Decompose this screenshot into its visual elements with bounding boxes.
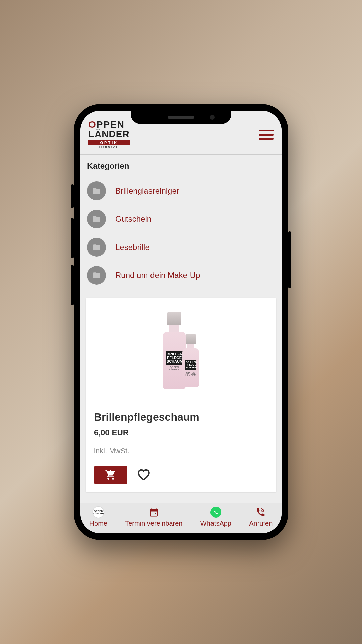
product-tax-note: inkl. MwSt. <box>94 447 268 455</box>
phone-icon <box>255 507 266 518</box>
product-card[interactable]: BRILLEN PFLEGE SCHAUM OPPEN LÄNDER BRILL… <box>86 298 276 492</box>
nav-home[interactable]: OPPENLÄNDER Home <box>89 507 107 527</box>
category-label: Lesebrille <box>115 243 150 252</box>
category-lesebrille[interactable]: Lesebrille <box>86 233 276 261</box>
folder-icon <box>87 238 106 257</box>
product-image: BRILLEN PFLEGE SCHAUM OPPEN LÄNDER BRILL… <box>94 304 268 397</box>
calendar-icon <box>148 507 159 518</box>
phone-mute-switch <box>71 184 74 208</box>
nav-whatsapp[interactable]: WhatsApp <box>200 507 231 527</box>
logo-line1: OPPEN <box>88 120 130 129</box>
add-cart-icon <box>105 469 116 481</box>
add-to-cart-button[interactable] <box>94 466 127 484</box>
nav-label: Termin vereinbaren <box>125 520 182 527</box>
bottle-brand: OPPEN LÄNDER <box>165 366 184 371</box>
app-content: OPPEN LÄNDER OPTIK MARBACH Kategorien Br… <box>80 111 282 533</box>
product-title: Brillenpflegeschaum <box>94 411 268 423</box>
category-makeup[interactable]: Rund um dein Make-Up <box>86 261 276 289</box>
category-label: Rund um dein Make-Up <box>115 271 200 280</box>
bottle-label: BRILLEN PFLEGE SCHAUM <box>185 360 196 370</box>
nav-label: Anrufen <box>249 520 273 527</box>
categories-title: Kategorien <box>86 161 276 171</box>
nav-label: Home <box>89 520 107 527</box>
bottle-small-icon: BRILLEN PFLEGE SCHAUM OPPEN LÄNDER <box>182 334 199 387</box>
category-label: Brillenglasreiniger <box>115 186 179 196</box>
bottle-label: BRILLEN PFLEGE SCHAUM <box>166 351 183 365</box>
category-label: Gutschein <box>115 214 152 224</box>
front-camera <box>210 115 215 120</box>
bottom-nav: OPPENLÄNDER Home Termin vereinbaren What… <box>80 503 282 533</box>
phone-notch <box>131 111 231 124</box>
heart-icon <box>137 468 150 481</box>
folder-icon <box>87 266 106 285</box>
bottle-brand: OPPEN LÄNDER <box>184 372 197 376</box>
nav-label: WhatsApp <box>200 520 231 527</box>
logo-sub: MARBACH <box>88 146 130 149</box>
logo-optik: OPTIK <box>88 140 130 145</box>
phone-volume-up <box>71 218 74 258</box>
menu-icon[interactable] <box>259 130 274 140</box>
category-brillenglasreiniger[interactable]: Brillenglasreiniger <box>86 177 276 205</box>
product-price: 6,00 EUR <box>94 428 268 437</box>
folder-icon <box>87 181 106 200</box>
home-logo-icon: OPPENLÄNDER <box>93 507 104 518</box>
phone-volume-down <box>71 265 74 305</box>
phone-power-button <box>288 231 291 288</box>
brand-logo[interactable]: OPPEN LÄNDER OPTIK MARBACH <box>88 120 130 149</box>
logo-line2: LÄNDER <box>88 129 130 139</box>
phone-screen: OPPEN LÄNDER OPTIK MARBACH Kategorien Br… <box>80 111 282 533</box>
speaker-grille <box>168 116 194 119</box>
nav-anrufen[interactable]: Anrufen <box>249 507 273 527</box>
product-actions <box>94 466 268 484</box>
category-gutschein[interactable]: Gutschein <box>86 205 276 233</box>
favorite-button[interactable] <box>137 468 150 482</box>
phone-frame: OPPEN LÄNDER OPTIK MARBACH Kategorien Br… <box>74 104 288 540</box>
main-content: Kategorien Brillenglasreiniger Gutschein <box>80 155 282 503</box>
folder-icon <box>87 210 106 228</box>
whatsapp-icon <box>210 507 221 518</box>
nav-termin[interactable]: Termin vereinbaren <box>125 507 182 527</box>
